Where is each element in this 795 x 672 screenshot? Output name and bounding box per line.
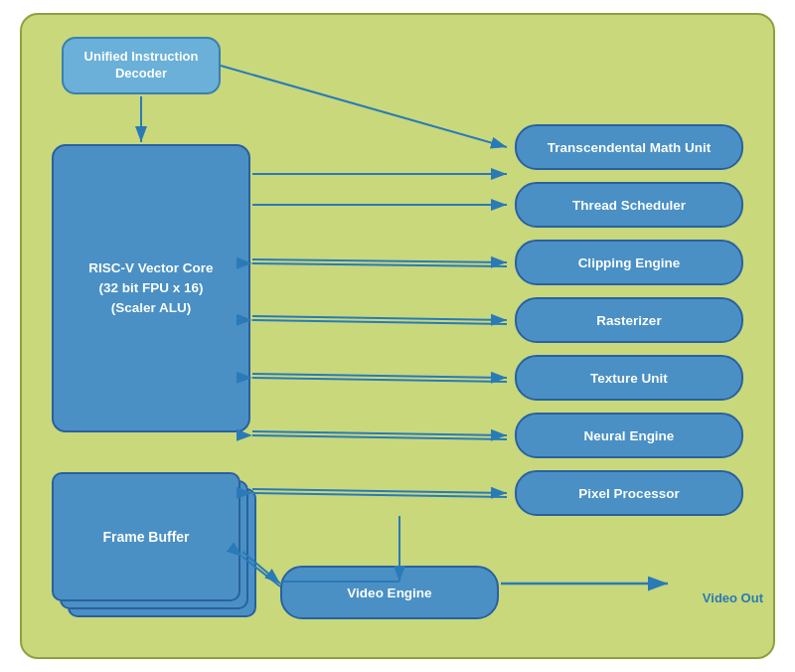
architecture-diagram: Unified Instruction Decoder RISC-V Vecto… xyxy=(20,13,775,659)
module-neural-engine: Neural Engine xyxy=(515,413,743,458)
svg-line-8 xyxy=(252,263,507,266)
svg-line-10 xyxy=(252,320,507,324)
svg-line-9 xyxy=(252,316,507,320)
svg-line-14 xyxy=(252,435,507,439)
video-engine-box: Video Engine xyxy=(280,566,499,619)
module-pixel-processor: Pixel Processor xyxy=(515,470,743,516)
module-tmu: Transcendental Math Unit xyxy=(515,124,743,170)
svg-line-7 xyxy=(252,259,507,262)
svg-line-11 xyxy=(252,374,507,378)
module-rasterizer: Rasterizer xyxy=(515,297,743,343)
module-tmu-label: Transcendental Math Unit xyxy=(548,140,711,155)
module-clipping-engine: Clipping Engine xyxy=(515,240,743,285)
module-rast-label: Rasterizer xyxy=(596,313,661,328)
module-pp-label: Pixel Processor xyxy=(578,486,679,501)
uid-box: Unified Instruction Decoder xyxy=(62,37,221,94)
risc-box: RISC-V Vector Core(32 bit FPU x 16)(Scal… xyxy=(52,144,250,432)
module-thread-scheduler: Thread Scheduler xyxy=(515,182,743,228)
uid-label: Unified Instruction Decoder xyxy=(64,49,219,83)
video-out: Video Out xyxy=(703,590,763,605)
module-texture-unit: Texture Unit xyxy=(515,355,743,401)
module-ne-label: Neural Engine xyxy=(584,428,675,443)
svg-line-13 xyxy=(252,431,507,435)
module-ce-label: Clipping Engine xyxy=(578,255,681,270)
module-ts-label: Thread Scheduler xyxy=(572,198,686,213)
svg-line-12 xyxy=(252,378,507,382)
svg-line-15 xyxy=(252,489,507,493)
svg-line-16 xyxy=(252,493,507,497)
svg-line-4 xyxy=(221,66,507,147)
video-out-label: Video Out xyxy=(703,590,763,605)
risc-label: RISC-V Vector Core(32 bit FPU x 16)(Scal… xyxy=(88,258,213,319)
frame-buffer-label: Frame Buffer xyxy=(102,529,189,545)
video-engine-label: Video Engine xyxy=(347,586,431,600)
frame-buffer-box: Frame Buffer xyxy=(52,472,240,601)
module-tex-label: Texture Unit xyxy=(590,371,668,386)
